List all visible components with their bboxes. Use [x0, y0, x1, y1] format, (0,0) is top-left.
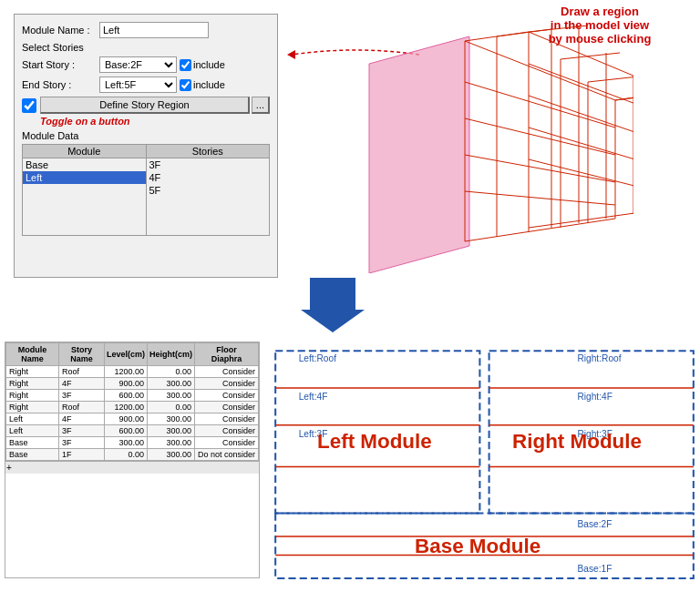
svg-text:Base:2F: Base:2F	[577, 519, 612, 529]
cell-level: 900.00	[104, 413, 147, 425]
add-row-button[interactable]: +	[5, 461, 259, 474]
module-diagram: Left:Roof Left:4F Left:3F Right:Roof Rig…	[269, 342, 700, 583]
cell-floor: Consider	[194, 366, 258, 378]
top-section: Module Name : Select Stories Start Story…	[0, 0, 700, 291]
cell-height: 300.00	[147, 449, 194, 461]
module-diagram-svg: Left:Roof Left:4F Left:3F Right:Roof Rig…	[269, 342, 700, 583]
svg-marker-1	[369, 36, 469, 273]
data-table-container: Module Name Story Name Level(cm) Height(…	[5, 342, 260, 578]
svg-line-22	[561, 53, 620, 59]
right-section: Draw a region in the model view by mouse…	[278, 0, 700, 291]
svg-text:Base:1F: Base:1F	[577, 564, 612, 574]
big-down-arrow	[301, 278, 365, 334]
end-include-label: include	[193, 79, 225, 90]
col-module-header: Module	[23, 145, 147, 158]
ellipsis-button[interactable]: ...	[252, 97, 270, 114]
module-data-title: Module Data	[22, 130, 270, 141]
module-table-header: Module Stories	[22, 144, 270, 158]
cell-module: Base	[6, 437, 59, 449]
cell-module: Right	[6, 402, 59, 413]
svg-marker-41	[301, 278, 365, 332]
story-item-4f[interactable]: 4F	[147, 171, 270, 184]
story-item-5f[interactable]: 5F	[147, 184, 270, 197]
start-include-group: include	[180, 59, 225, 71]
end-include-group: include	[180, 79, 225, 91]
cell-module: Base	[6, 449, 59, 461]
define-region-checkbox[interactable]	[22, 98, 36, 113]
cell-height: 300.00	[147, 425, 194, 437]
end-include-checkbox[interactable]	[180, 79, 191, 91]
cell-module: Right	[6, 366, 59, 378]
cell-story: 1F	[59, 449, 105, 461]
define-region-row: Define Story Region ...	[22, 97, 270, 114]
table-row[interactable]: RightRoof1200.000.00Consider	[6, 366, 259, 378]
end-story-label: End Story :	[22, 79, 99, 90]
module-item-left[interactable]: Left	[23, 171, 146, 184]
wireframe-svg: Roof 4F 3F 2F 1F	[287, 9, 633, 273]
module-item-base[interactable]: Base	[23, 158, 146, 171]
cell-floor: Consider	[194, 402, 258, 413]
cell-floor: Consider	[194, 437, 258, 449]
cell-floor: Consider	[194, 390, 258, 402]
table-row[interactable]: RightRoof1200.000.00Consider	[6, 402, 259, 413]
table-row[interactable]: Right3F600.00300.00Consider	[6, 390, 259, 402]
cell-module: Left	[6, 425, 59, 437]
svg-line-24	[615, 93, 633, 100]
th-level: Level(cm)	[104, 343, 147, 366]
wireframe-container: Roof 4F 3F 2F 1F	[287, 9, 633, 273]
cell-story: 4F	[59, 378, 105, 390]
end-story-row: End Story : Left:5F Left:4F include	[22, 77, 270, 93]
module-table-body: Base Left 3F 4F 5F	[22, 158, 270, 236]
module-list-col: Base Left	[23, 158, 147, 235]
bottom-section: Module Name Story Name Level(cm) Height(…	[0, 337, 700, 592]
th-module-name: Module Name	[6, 343, 59, 366]
cell-floor: Consider	[194, 425, 258, 437]
stories-list-col: 3F 4F 5F	[147, 158, 270, 235]
col-stories-header: Stories	[147, 145, 270, 158]
cell-floor: Do not consider	[194, 449, 258, 461]
table-row[interactable]: Right4F900.00300.00Consider	[6, 378, 259, 390]
cell-height: 300.00	[147, 378, 194, 390]
svg-text:Right Module: Right Module	[512, 430, 642, 453]
module-name-label: Module Name :	[22, 25, 99, 36]
svg-text:Right:Roof: Right:Roof	[577, 353, 621, 363]
svg-line-32	[529, 96, 633, 146]
svg-line-13	[465, 82, 615, 128]
cell-story: 3F	[59, 390, 105, 402]
cell-height: 0.00	[147, 366, 194, 378]
svg-text:Left Module: Left Module	[317, 430, 432, 453]
svg-text:Right:4F: Right:4F	[577, 392, 612, 402]
toggle-label: Toggle on a button	[40, 116, 270, 127]
svg-text:Left:Roof: Left:Roof	[299, 353, 337, 363]
define-region-button[interactable]: Define Story Region	[40, 97, 250, 114]
end-story-select[interactable]: Left:5F Left:4F	[99, 77, 177, 93]
cell-level: 900.00	[104, 378, 147, 390]
cell-level: 600.00	[104, 425, 147, 437]
svg-line-14	[465, 118, 615, 155]
cell-height: 300.00	[147, 437, 194, 449]
table-row[interactable]: Left3F600.00300.00Consider	[6, 425, 259, 437]
table-row[interactable]: Base1F0.00300.00Do not consider	[6, 449, 259, 461]
cell-level: 0.00	[104, 449, 147, 461]
module-name-input[interactable]	[99, 22, 209, 38]
svg-line-12	[465, 41, 615, 100]
svg-line-23	[588, 76, 633, 82]
svg-line-16	[465, 191, 615, 205]
th-height: Height(cm)	[147, 343, 194, 366]
cell-height: 300.00	[147, 390, 194, 402]
module-name-row: Module Name :	[22, 22, 270, 38]
table-body: RightRoof1200.000.00ConsiderRight4F900.0…	[6, 366, 259, 461]
table-row[interactable]: Left4F900.00300.00Consider	[6, 413, 259, 425]
cell-level: 300.00	[104, 437, 147, 449]
start-story-select[interactable]: Base:2F Base:1F	[99, 56, 177, 73]
svg-line-34	[529, 159, 633, 196]
cell-module: Right	[6, 378, 59, 390]
cell-level: 1200.00	[104, 366, 147, 378]
start-story-row: Start Story : Base:2F Base:1F include	[22, 56, 270, 73]
table-row[interactable]: Base3F300.00300.00Consider	[6, 437, 259, 449]
story-item-3f[interactable]: 3F	[147, 158, 270, 171]
cell-story: Roof	[59, 366, 105, 378]
cell-height: 300.00	[147, 413, 194, 425]
cell-story: 3F	[59, 425, 105, 437]
start-include-checkbox[interactable]	[180, 59, 191, 71]
